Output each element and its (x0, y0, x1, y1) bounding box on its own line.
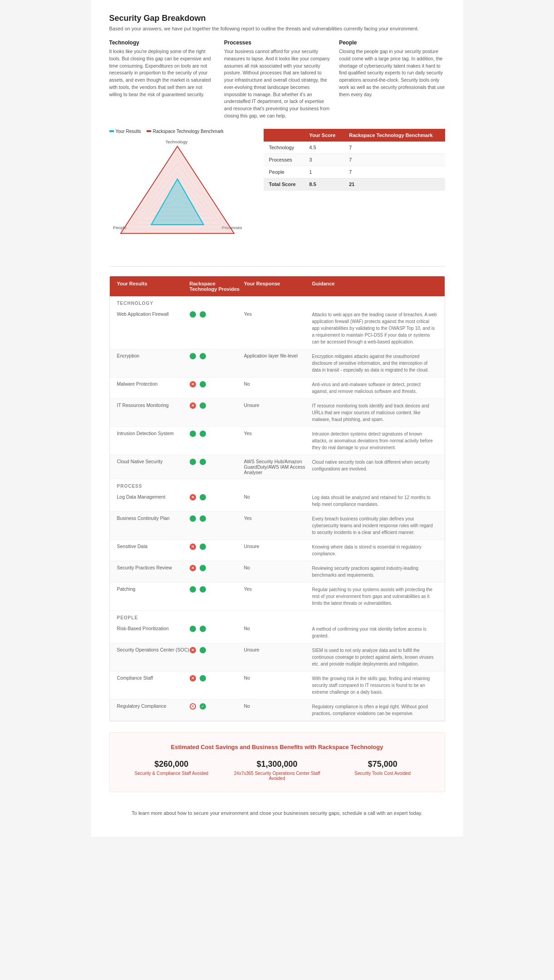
chart-table-section: Your Results Rackspace Technology Benchm… (109, 129, 445, 252)
dot-green (200, 544, 206, 550)
score-row-label: Total Score (264, 178, 304, 190)
row-label: Log Data Management (117, 494, 190, 500)
cost-item: $260,000 Security & Compliance Staff Avo… (123, 760, 220, 781)
table-row: Security Operations Center (SOC) ✕ Unsur… (110, 643, 445, 671)
row-guidance: A method of confirming your risk identit… (312, 626, 437, 639)
row-response: Unsure (244, 647, 312, 652)
row-guidance: Intrusion detection systems detect signa… (312, 431, 437, 451)
table-row: Security Practices Review ✕ No Reviewing… (110, 561, 445, 583)
dot-red-x: ✕ (190, 675, 196, 681)
cost-label: 24x7x365 Security Operations Center Staf… (229, 771, 325, 781)
cost-amount: $75,000 (334, 760, 431, 769)
dot-green-check: ✓ (200, 703, 206, 710)
table-row: Sensitive Data ✕ Unsure Knowing where da… (110, 540, 445, 561)
row-guidance: Knowing where data is stored is essentia… (312, 544, 437, 557)
dot-green (190, 586, 196, 593)
dot-green (190, 626, 196, 632)
row-response: Yes (244, 586, 312, 592)
row-label: Patching (117, 586, 190, 592)
row-response: Application layer file-level (244, 353, 312, 358)
row-response: Yes (244, 431, 312, 436)
row-dots (190, 431, 244, 437)
dot-green (200, 515, 206, 522)
dot-green (190, 311, 196, 318)
dot-green (190, 353, 196, 359)
row-label: Web Application Firewall (117, 311, 190, 317)
score-row-score: 3 (304, 153, 344, 166)
score-row-benchmark: 7 (343, 153, 445, 166)
dot-green (200, 381, 206, 387)
cost-item: $1,300,000 24x7x365 Security Operations … (229, 760, 325, 781)
dot-red-x: ✕ (190, 544, 196, 550)
cost-items: $260,000 Security & Compliance Staff Avo… (123, 760, 431, 781)
row-dots (190, 459, 244, 465)
header-col1: Your Results (117, 281, 190, 292)
results-table-wrapper: Your Results Rackspace Technology Provid… (109, 276, 445, 721)
header-col3: Your Response (244, 281, 312, 292)
dot-red-x: ✕ (190, 647, 196, 653)
row-label: Business Continuity Plan (117, 515, 190, 521)
row-response: Unsure (244, 402, 312, 408)
processes-heading: Processes (224, 39, 330, 46)
table-row: Log Data Management ✕ No Log data should… (110, 490, 445, 512)
cost-amount: $1,300,000 (229, 760, 325, 769)
score-row-benchmark: 7 (343, 166, 445, 178)
dot-green (200, 353, 206, 359)
row-label: Compliance Staff (117, 675, 190, 681)
row-response: Unsure (244, 544, 312, 549)
dot-green (200, 494, 206, 500)
row-guidance: IT resource monitoring tools identify an… (312, 402, 437, 423)
page-subtitle: Based on your answers, we have put toget… (109, 26, 445, 31)
row-label: Encryption (117, 353, 190, 358)
dot-red-outline: ✕ (190, 703, 196, 710)
processes-section: Processes Your business cannot afford fo… (224, 39, 330, 120)
header-col4: Guidance (312, 281, 437, 292)
score-row-label: Technology (264, 142, 304, 154)
dot-green (200, 565, 206, 571)
row-dots: ✕ (190, 675, 244, 681)
dot-red-x: ✕ (190, 565, 196, 571)
technology-text: It looks like you're deploying some of t… (109, 48, 215, 98)
table-row: Encryption Application layer file-level … (110, 349, 445, 377)
legend-benchmark-label: Rackspace Technology Benchmark (153, 129, 224, 134)
row-dots: ✕ (190, 381, 244, 387)
score-col-category (264, 129, 304, 142)
row-label: Cloud Native Security (117, 459, 190, 464)
dot-green (200, 586, 206, 593)
score-row-label: People (264, 166, 304, 178)
cost-label: Security Tools Cost Avoided (334, 771, 431, 776)
row-label: IT Resources Monitoring (117, 402, 190, 408)
dot-green (200, 311, 206, 318)
people-section: People Closing the people gap in your se… (339, 39, 445, 120)
score-col-benchmark: Rackspace Technology Benchmark (343, 129, 445, 142)
row-label: Sensitive Data (117, 544, 190, 549)
cost-item: $75,000 Security Tools Cost Avoided (334, 760, 431, 781)
table-row: Intrusion Detection System Yes Intrusion… (110, 427, 445, 455)
table-row: Business Continuity Plan Yes Every breac… (110, 512, 445, 540)
score-row-benchmark: 7 (343, 142, 445, 154)
table-row: Malware Protection ✕ No Anti-virus and a… (110, 377, 445, 399)
process-section-label: PROCESS (110, 479, 445, 490)
technology-rows: Web Application Firewall Yes Attacks to … (110, 308, 445, 479)
cost-savings-title: Estimated Cost Savings and Business Bene… (123, 744, 431, 750)
row-dots (190, 515, 244, 522)
header-col2: Rackspace Technology Provides (190, 281, 244, 292)
row-label: Security Operations Center (SOC) (117, 647, 190, 652)
row-response: No (244, 626, 312, 631)
row-guidance: Encryption mitigates attacks against the… (312, 353, 437, 373)
processes-text: Your business cannot afford for your sec… (224, 48, 330, 120)
technology-heading: Technology (109, 39, 215, 46)
row-response: No (244, 381, 312, 387)
row-response: Yes (244, 515, 312, 521)
row-guidance: Log data should be analyzed and retained… (312, 494, 437, 508)
score-row-benchmark: 21 (343, 178, 445, 190)
row-guidance: Cloud native security tools can look dif… (312, 459, 437, 472)
svg-text:Technology: Technology (165, 139, 187, 144)
row-response: No (244, 675, 312, 681)
description-columns: Technology It looks like you're deployin… (109, 39, 445, 120)
row-dots (190, 311, 244, 318)
cost-label: Security & Compliance Staff Avoided (123, 771, 220, 776)
row-label: Intrusion Detection System (117, 431, 190, 436)
dot-green (190, 515, 196, 522)
table-row: Risk-Based Prioritization No A method of… (110, 622, 445, 643)
